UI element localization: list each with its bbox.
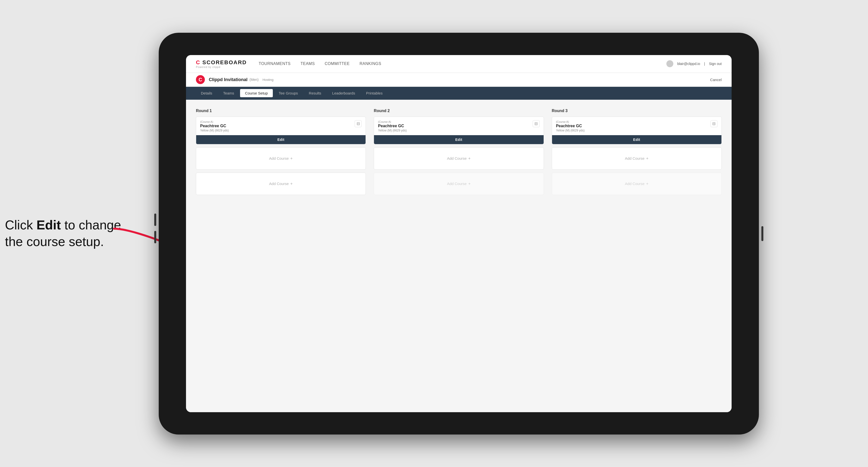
- round-1-course-info: (Course A) Peachtree GC: [200, 120, 226, 128]
- tabs-bar: Details Teams Course Setup Tee Groups Re…: [186, 87, 732, 100]
- round-3-add-course-label-1: Add Course: [625, 156, 645, 160]
- sign-out-link[interactable]: Sign out: [709, 62, 722, 66]
- round-3-column: Round 3 (Course A) Peachtree GC ⊟ Yellow…: [552, 108, 722, 198]
- round-2-course-header: (Course A) Peachtree GC ⊟: [374, 117, 544, 128]
- round-3-course-label: (Course A): [556, 120, 582, 123]
- round-3-course-info: (Course A) Peachtree GC: [556, 120, 582, 128]
- nav-rankings[interactable]: RANKINGS: [360, 62, 381, 66]
- round-3-delete-button[interactable]: ⊟: [711, 120, 717, 127]
- round-2-add-course-label-2: Add Course: [447, 182, 466, 186]
- nav-tournaments[interactable]: TOURNAMENTS: [259, 62, 291, 66]
- sub-header: C Clippd Invitational (Men) Hosting Canc…: [186, 73, 732, 87]
- main-content: Round 1 (Course A) Peachtree GC ⊟ Yellow…: [186, 100, 732, 412]
- round-2-column: Round 2 (Course A) Peachtree GC ⊟ Yellow…: [374, 108, 544, 198]
- round-2-add-course-label-1: Add Course: [447, 156, 466, 160]
- round-1-column: Round 1 (Course A) Peachtree GC ⊟ Yellow…: [196, 108, 366, 198]
- round-1-course-label: (Course A): [200, 120, 226, 123]
- user-avatar: [666, 60, 673, 67]
- nav-teams[interactable]: TEAMS: [301, 62, 315, 66]
- round-3-add-course-label-2: Add Course: [625, 182, 645, 186]
- tab-results[interactable]: Results: [304, 89, 326, 97]
- round-1-edit-button[interactable]: Edit: [196, 135, 366, 144]
- round-1-add-plus-1: +: [290, 156, 292, 161]
- trash-icon-2: ⊟: [534, 121, 538, 126]
- tab-printables[interactable]: Printables: [361, 89, 388, 97]
- round-1-course-card: (Course A) Peachtree GC ⊟ Yellow (M) (66…: [196, 117, 366, 144]
- round-3-course-card: (Course A) Peachtree GC ⊟ Yellow (M) (66…: [552, 117, 722, 144]
- round-3-edit-button[interactable]: Edit: [552, 135, 721, 144]
- volume-button: [154, 214, 156, 226]
- annotation-bold: Edit: [36, 218, 61, 232]
- round-2-course-info: (Course A) Peachtree GC: [378, 120, 404, 128]
- nav-committee[interactable]: COMMITTEE: [324, 62, 350, 66]
- round-1-add-course-label-1: Add Course: [269, 156, 289, 160]
- round-3-add-course-1[interactable]: Add Course +: [552, 147, 722, 169]
- nav-separator: |: [704, 62, 705, 66]
- hosting-badge: Hosting: [262, 78, 274, 82]
- round-3-course-header: (Course A) Peachtree GC ⊟: [552, 117, 721, 128]
- round-2-add-plus-1: +: [468, 156, 471, 161]
- round-1-course-details: Yellow (M) (6629 yds): [196, 129, 366, 135]
- tab-details[interactable]: Details: [196, 89, 217, 97]
- round-2-course-details: Yellow (M) (6629 yds): [374, 129, 544, 135]
- round-2-course-label: (Course A): [378, 120, 404, 123]
- tablet-screen: C SCOREBOARD Powered by clippd TOURNAMEN…: [186, 55, 732, 412]
- round-2-edit-button[interactable]: Edit: [374, 135, 544, 144]
- round-3-add-course-2: Add Course +: [552, 173, 722, 195]
- round-3-add-plus-1: +: [646, 156, 649, 161]
- round-1-add-plus-2: +: [290, 181, 292, 186]
- round-2-delete-button[interactable]: ⊟: [533, 120, 540, 127]
- logo-sub: Powered by clippd: [196, 66, 247, 68]
- tab-teams[interactable]: Teams: [218, 89, 239, 97]
- tab-course-setup[interactable]: Course Setup: [240, 89, 273, 97]
- logo-area: C SCOREBOARD Powered by clippd: [196, 59, 247, 68]
- round-3-title: Round 3: [552, 108, 722, 113]
- volume-button-2: [154, 231, 156, 243]
- round-2-title: Round 2: [374, 108, 544, 113]
- round-2-add-plus-2: +: [468, 181, 471, 186]
- round-1-course-header: (Course A) Peachtree GC ⊟: [196, 117, 366, 128]
- round-1-add-course-label-2: Add Course: [269, 182, 289, 186]
- round-1-add-course-1[interactable]: Add Course +: [196, 147, 366, 169]
- tournament-logo: C: [196, 75, 205, 84]
- round-2-course-card: (Course A) Peachtree GC ⊟ Yellow (M) (66…: [374, 117, 544, 144]
- annotation-text: Click Edit to change the course setup.: [5, 217, 134, 250]
- round-1-delete-button[interactable]: ⊟: [354, 120, 362, 127]
- user-email: blair@clippd.io: [677, 62, 700, 66]
- tab-tee-groups[interactable]: Tee Groups: [274, 89, 303, 97]
- nav-right: blair@clippd.io | Sign out: [666, 60, 722, 67]
- tournament-gender: (Men): [249, 77, 259, 82]
- top-nav: C SCOREBOARD Powered by clippd TOURNAMEN…: [186, 55, 732, 73]
- tablet-device: C SCOREBOARD Powered by clippd TOURNAMEN…: [159, 33, 759, 435]
- round-2-add-course-2: Add Course +: [374, 173, 544, 195]
- logo-title: C SCOREBOARD: [196, 59, 247, 66]
- round-2-add-course-1[interactable]: Add Course +: [374, 147, 544, 169]
- round-1-title: Round 1: [196, 108, 366, 113]
- round-2-course-name: Peachtree GC: [378, 124, 404, 128]
- nav-links: TOURNAMENTS TEAMS COMMITTEE RANKINGS: [259, 62, 666, 66]
- cancel-button[interactable]: Cancel: [710, 77, 722, 82]
- round-1-add-course-2[interactable]: Add Course +: [196, 173, 366, 195]
- round-1-course-name: Peachtree GC: [200, 124, 226, 128]
- tab-leaderboards[interactable]: Leaderboards: [327, 89, 360, 97]
- trash-icon-3: ⊟: [712, 121, 715, 126]
- tournament-name: Clippd Invitational: [209, 77, 248, 82]
- power-button: [762, 226, 763, 241]
- rounds-grid: Round 1 (Course A) Peachtree GC ⊟ Yellow…: [196, 108, 722, 198]
- round-3-course-details: Yellow (M) (6629 yds): [552, 129, 721, 135]
- logo-c: C: [196, 59, 200, 65]
- trash-icon: ⊟: [356, 121, 360, 126]
- round-3-course-name: Peachtree GC: [556, 124, 582, 128]
- round-3-add-plus-2: +: [646, 181, 649, 186]
